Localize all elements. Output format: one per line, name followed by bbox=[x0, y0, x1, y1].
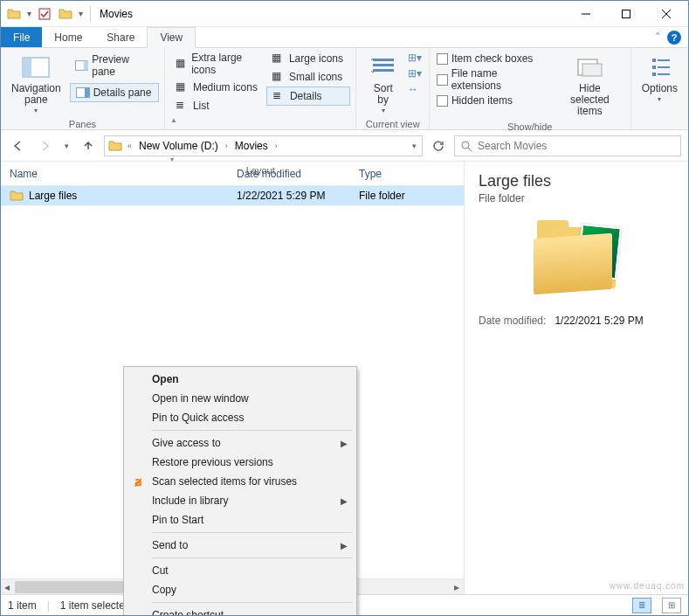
search-placeholder: Search Movies bbox=[478, 140, 547, 152]
chevron-right-icon[interactable]: › bbox=[273, 142, 279, 150]
close-button[interactable] bbox=[646, 2, 686, 26]
folder-icon[interactable] bbox=[4, 4, 24, 24]
new-folder-icon[interactable] bbox=[56, 4, 75, 24]
tab-file[interactable]: File bbox=[1, 27, 42, 47]
layout-list[interactable]: ≣List bbox=[170, 97, 266, 114]
group-label-options bbox=[637, 117, 683, 129]
navigation-pane-label: Navigation pane bbox=[11, 83, 61, 106]
checkbox-hidden-items[interactable]: Hidden items bbox=[435, 93, 549, 107]
view-thumbnails-button[interactable]: ⊞ bbox=[662, 598, 681, 613]
quick-access-toolbar: ▾ ▾ bbox=[3, 4, 85, 24]
checkbox-item-checkboxes[interactable]: Item check boxes bbox=[435, 52, 549, 66]
svg-rect-18 bbox=[652, 73, 656, 76]
back-button[interactable] bbox=[8, 135, 29, 156]
group-label-currentview: Current view bbox=[362, 119, 423, 131]
menu-include-library[interactable]: Include in library▶ bbox=[126, 491, 355, 510]
svg-rect-11 bbox=[373, 59, 394, 61]
menu-give-access[interactable]: Give access to▶ bbox=[126, 433, 355, 453]
refresh-button[interactable] bbox=[428, 135, 449, 156]
menu-open-new-window[interactable]: Open in new window bbox=[126, 389, 355, 408]
group-label-panes: Panes bbox=[6, 119, 159, 131]
watermark: www.deuaq.com bbox=[610, 581, 685, 591]
tab-view[interactable]: View bbox=[147, 27, 196, 48]
layout-small[interactable]: ▦Small icons bbox=[266, 68, 350, 86]
svg-rect-2 bbox=[623, 10, 630, 17]
search-input[interactable]: Search Movies bbox=[454, 135, 681, 156]
menu-cut[interactable]: Cut bbox=[126, 561, 355, 580]
view-details-button[interactable]: ≣ bbox=[632, 598, 651, 613]
recent-locations-button[interactable]: ▾ bbox=[60, 135, 72, 156]
column-headers: Name Date modified Type bbox=[1, 162, 464, 186]
tab-share[interactable]: Share bbox=[94, 27, 147, 47]
menu-scan-viruses[interactable]: ⱥScan selected items for viruses bbox=[126, 472, 355, 491]
svg-rect-6 bbox=[23, 58, 31, 77]
up-button[interactable] bbox=[78, 135, 99, 156]
column-name[interactable]: Name bbox=[1, 168, 228, 180]
column-type[interactable]: Type bbox=[350, 168, 438, 180]
details-pane-button[interactable]: Details pane bbox=[70, 83, 159, 102]
navigation-pane-button[interactable]: Navigation pane ▾ bbox=[6, 50, 66, 119]
forward-button[interactable] bbox=[34, 135, 55, 156]
add-columns-icon[interactable]: ⊞▾ bbox=[408, 67, 422, 80]
column-date[interactable]: Date modified bbox=[228, 168, 350, 180]
tab-home[interactable]: Home bbox=[42, 27, 94, 47]
context-menu: Open Open in new window Pin to Quick acc… bbox=[123, 366, 357, 616]
layout-extra-large[interactable]: ▦Extra large icons bbox=[170, 50, 266, 78]
status-selected-count: 1 item selected bbox=[60, 599, 131, 612]
avast-icon: ⱥ bbox=[131, 474, 145, 488]
hide-selected-button[interactable]: Hide selected items bbox=[555, 50, 624, 121]
details-date-label: Date modified: bbox=[479, 315, 546, 327]
row-type: File folder bbox=[359, 190, 405, 202]
address-bar[interactable]: « New Volume (D:) › Movies › ▾ bbox=[104, 135, 423, 156]
menu-restore-versions[interactable]: Restore previous versions bbox=[126, 453, 355, 472]
details-title: Large files bbox=[479, 172, 674, 190]
svg-rect-16 bbox=[652, 59, 656, 62]
submenu-arrow-icon: ▶ bbox=[341, 541, 348, 550]
details-kind: File folder bbox=[479, 192, 674, 204]
qat-customize-icon[interactable]: ▾ bbox=[77, 9, 85, 18]
address-dropdown-icon[interactable]: ▾ bbox=[410, 142, 418, 150]
menu-pin-start[interactable]: Pin to Start bbox=[126, 510, 355, 529]
checkbox-file-extensions[interactable]: File name extensions bbox=[435, 66, 549, 93]
menu-copy[interactable]: Copy bbox=[126, 580, 355, 599]
options-button[interactable]: Options ▾ bbox=[637, 50, 683, 107]
preview-pane-button[interactable]: Preview pane bbox=[70, 52, 159, 80]
preview-pane-label: Preview pane bbox=[92, 53, 154, 78]
chevron-down-icon: ▾ bbox=[658, 96, 661, 104]
svg-rect-0 bbox=[39, 9, 50, 19]
svg-rect-17 bbox=[652, 66, 656, 69]
menu-create-shortcut[interactable]: Create shortcut bbox=[126, 606, 355, 616]
ribbon: Navigation pane ▾ Preview pane Details p… bbox=[1, 48, 688, 130]
layout-scroll-up-icon[interactable]: ▲ bbox=[170, 116, 177, 124]
sort-by-button[interactable]: Sort by ▾ bbox=[362, 50, 403, 119]
options-label: Options bbox=[642, 83, 678, 94]
size-columns-icon[interactable]: ↔ bbox=[408, 83, 422, 95]
qat-dropdown-icon[interactable]: ▾ bbox=[25, 9, 33, 18]
menu-open[interactable]: Open bbox=[126, 370, 355, 389]
minimize-button[interactable] bbox=[566, 2, 606, 26]
breadcrumb-segment[interactable]: Movies bbox=[233, 140, 270, 152]
chevron-right-icon[interactable]: › bbox=[224, 142, 230, 150]
layout-medium[interactable]: ▦Medium icons bbox=[170, 79, 266, 96]
sort-by-label: Sort by bbox=[367, 83, 398, 106]
search-icon bbox=[460, 140, 472, 152]
chevron-left-icon[interactable]: « bbox=[126, 142, 134, 150]
group-by-icon[interactable]: ⊞▾ bbox=[408, 52, 422, 64]
properties-icon[interactable] bbox=[35, 4, 54, 24]
ribbon-collapse-icon[interactable]: ˄ bbox=[655, 31, 660, 44]
ribbon-group-panes: Navigation pane ▾ Preview pane Details p… bbox=[1, 48, 165, 129]
submenu-arrow-icon: ▶ bbox=[341, 439, 348, 448]
menu-send-to[interactable]: Send to▶ bbox=[126, 536, 355, 555]
help-icon[interactable]: ? bbox=[667, 31, 681, 45]
maximize-button[interactable] bbox=[606, 2, 646, 26]
layout-details[interactable]: ≣Details bbox=[266, 87, 350, 106]
breadcrumb-segment[interactable]: New Volume (D:) bbox=[137, 140, 220, 152]
svg-rect-15 bbox=[582, 64, 602, 76]
layout-large[interactable]: ▦Large icons bbox=[266, 50, 350, 67]
table-row[interactable]: Large files 1/22/2021 5:29 PM File folde… bbox=[1, 186, 464, 205]
status-item-count: 1 item bbox=[8, 599, 37, 612]
menu-pin-quick-access[interactable]: Pin to Quick access bbox=[126, 408, 355, 427]
ribbon-group-layout: ▦Extra large icons ▦Medium icons ≣List ▦… bbox=[165, 48, 357, 129]
svg-rect-13 bbox=[373, 69, 394, 72]
window-title: Movies bbox=[96, 8, 133, 20]
